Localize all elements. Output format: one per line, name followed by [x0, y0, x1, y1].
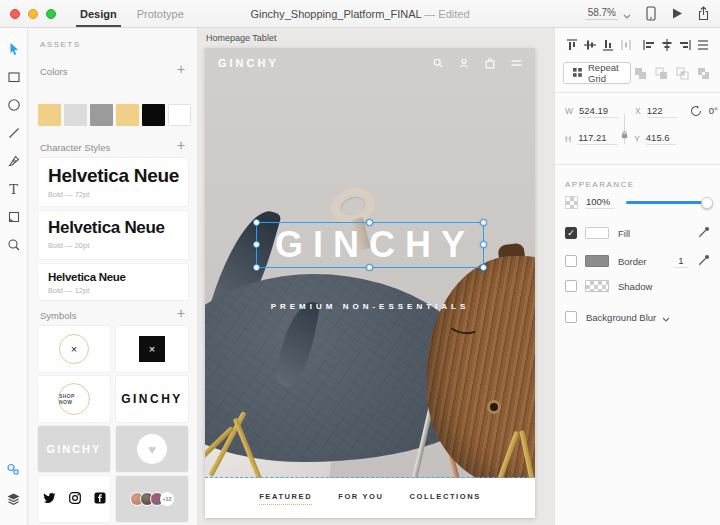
opacity-input[interactable]: 100% — [586, 196, 614, 209]
symbol-social-icons[interactable] — [38, 476, 110, 522]
symbol-shop-button[interactable]: SHOP NOW — [38, 376, 110, 422]
align-right-icon[interactable] — [676, 36, 694, 54]
fill-color-swatch[interactable] — [585, 227, 609, 239]
tab-for-you[interactable]: FOR YOU — [338, 492, 383, 504]
add-color-button[interactable]: + — [175, 64, 187, 74]
select-tool-icon[interactable] — [5, 40, 23, 58]
symbols-section-label: Symbols — [40, 310, 76, 321]
symbol-logo-light[interactable]: GINCHY — [38, 426, 110, 472]
selection-handle[interactable] — [480, 264, 487, 271]
height-input[interactable]: 117.21 — [578, 132, 618, 145]
line-tool-icon[interactable] — [5, 124, 23, 142]
selection-handle[interactable] — [480, 241, 487, 248]
share-icon[interactable] — [697, 6, 710, 21]
border-width-input[interactable]: 1 — [674, 255, 688, 268]
color-swatch[interactable] — [64, 104, 87, 126]
tab-prototype[interactable]: Prototype — [137, 0, 184, 27]
align-top-icon[interactable] — [563, 36, 581, 54]
hero-tagline-text[interactable]: PREMIUM NON-ESSENTIALS — [205, 302, 535, 311]
add-symbol-button[interactable]: + — [175, 308, 187, 318]
selection-handle[interactable] — [480, 219, 487, 226]
selection-handle[interactable] — [253, 219, 260, 226]
opacity-slider-handle[interactable] — [701, 197, 713, 209]
hero-headline-text[interactable]: GINCHY — [275, 227, 475, 263]
border-row: Border 1 — [565, 252, 710, 270]
lock-icon[interactable] — [621, 125, 628, 143]
boolean-add-icon[interactable] — [631, 64, 649, 82]
search-icon[interactable] — [433, 58, 443, 68]
rotation-value[interactable]: 0° — [709, 105, 720, 117]
align-middle-icon[interactable] — [581, 36, 599, 54]
color-swatch[interactable] — [116, 104, 139, 126]
character-style-item[interactable]: Helvetica Neue Bold — 72pt — [38, 158, 188, 206]
close-window-button[interactable] — [10, 9, 20, 19]
color-swatch[interactable] — [168, 104, 191, 126]
x-input[interactable]: 122 — [647, 105, 677, 118]
maximize-window-button[interactable] — [46, 9, 56, 19]
distribute-vertical-icon[interactable] — [694, 36, 712, 54]
distribute-horizontal-icon[interactable] — [617, 36, 635, 54]
rotation-icon[interactable] — [687, 102, 705, 120]
selected-text-layer[interactable]: GINCHY — [256, 222, 484, 268]
shadow-checkbox[interactable] — [565, 280, 577, 292]
background-blur-checkbox[interactable] — [565, 311, 577, 323]
user-icon[interactable] — [459, 58, 469, 68]
symbol-avatars[interactable]: +12 — [116, 476, 188, 522]
y-input[interactable]: 415.6 — [646, 132, 676, 145]
tab-featured[interactable]: FEATURED — [259, 492, 312, 505]
eyedropper-icon[interactable] — [698, 252, 710, 270]
character-style-item[interactable]: Helvetica Neue Bold — 12pt — [38, 264, 188, 300]
boolean-subtract-icon[interactable] — [652, 64, 670, 82]
symbol-logo-dark[interactable]: GINCHY — [116, 376, 188, 422]
align-bottom-icon[interactable] — [599, 36, 617, 54]
opacity-slider[interactable] — [626, 201, 710, 204]
symbol-close-dark[interactable]: × — [116, 326, 188, 372]
menu-icon[interactable] — [511, 59, 522, 67]
border-checkbox[interactable] — [565, 255, 577, 267]
chevron-down-icon[interactable] — [662, 308, 670, 326]
add-character-style-button[interactable]: + — [175, 140, 187, 150]
text-tool-icon[interactable]: T — [5, 180, 23, 198]
color-swatch[interactable] — [142, 104, 165, 126]
fill-checkbox[interactable]: ✓ — [565, 227, 577, 239]
tab-collections[interactable]: COLLECTIONS — [409, 492, 480, 504]
symbol-close-light[interactable]: × — [38, 326, 110, 372]
pen-tool-icon[interactable] — [5, 152, 23, 170]
bag-icon[interactable] — [485, 58, 495, 69]
boolean-exclude-icon[interactable] — [694, 64, 712, 82]
selection-handle[interactable] — [253, 264, 260, 271]
symbol-favorite[interactable]: ♥ — [116, 426, 188, 472]
character-style-item[interactable]: Helvetica Neue Bold — 20pt — [38, 211, 188, 259]
zoom-level-value[interactable]: 58.7% — [586, 7, 618, 20]
artboard-title[interactable]: Homepage Tablet — [206, 33, 276, 43]
artboard-tool-icon[interactable] — [5, 208, 23, 226]
ellipse-tool-icon[interactable] — [5, 96, 23, 114]
selection-handle[interactable] — [366, 219, 373, 226]
play-preview-icon[interactable] — [671, 7, 683, 20]
canvas[interactable]: Homepage Tablet — [198, 28, 554, 525]
selection-handle[interactable] — [366, 264, 373, 271]
divider — [555, 164, 720, 165]
tab-design[interactable]: Design — [80, 0, 117, 27]
device-preview-icon[interactable] — [645, 6, 657, 21]
rectangle-tool-icon[interactable] — [5, 68, 23, 86]
width-input[interactable]: 524.19 — [579, 105, 619, 118]
artboard-homepage-tablet[interactable]: GINCHY GINCHY — [205, 48, 535, 518]
border-color-swatch[interactable] — [585, 255, 609, 267]
minimize-window-button[interactable] — [28, 9, 38, 19]
character-style-name: Helvetica Neue — [48, 271, 178, 283]
navbar-logo[interactable]: GINCHY — [218, 57, 279, 69]
align-left-icon[interactable] — [640, 36, 658, 54]
align-center-icon[interactable] — [658, 36, 676, 54]
zoom-level-control[interactable]: 58.7% — [586, 5, 631, 23]
color-swatch[interactable] — [38, 104, 61, 126]
repeat-grid-button[interactable]: Repeat Grid — [563, 62, 631, 84]
assets-panel-icon[interactable] — [5, 460, 23, 478]
shadow-swatch[interactable] — [585, 280, 609, 292]
layers-panel-icon[interactable] — [5, 490, 23, 508]
zoom-tool-icon[interactable] — [5, 236, 23, 254]
eyedropper-icon[interactable] — [698, 224, 710, 242]
selection-handle[interactable] — [253, 241, 260, 248]
boolean-intersect-icon[interactable] — [673, 64, 691, 82]
color-swatch[interactable] — [90, 104, 113, 126]
